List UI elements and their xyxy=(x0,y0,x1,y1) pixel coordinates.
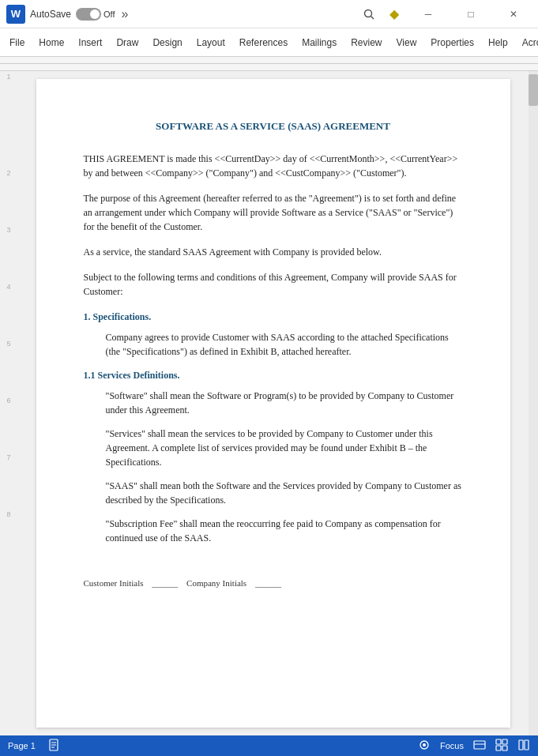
status-focus-icon[interactable] xyxy=(418,739,431,754)
tab-help[interactable]: Help xyxy=(482,34,514,51)
page-status: Page 1 xyxy=(8,741,36,750)
definition-services: "Services" shall mean the services to be… xyxy=(106,427,463,469)
definition-saas: "SAAS" shall mean both the Software and … xyxy=(106,479,463,507)
ruler xyxy=(0,57,538,71)
line-num-1: 1 xyxy=(0,71,17,81)
tab-draw[interactable]: Draw xyxy=(110,34,145,51)
tab-design[interactable]: Design xyxy=(146,34,188,51)
close-button[interactable]: ✕ xyxy=(495,0,532,28)
svg-rect-16 xyxy=(525,740,529,750)
paragraph-standard: As a service, the standard SAAS Agreemen… xyxy=(84,245,463,259)
svg-rect-9 xyxy=(474,741,485,749)
document-title: SOFTWARE AS A SERVICE (SAAS) AGREEMENT xyxy=(84,118,463,134)
word-logo: W xyxy=(6,5,25,24)
tab-view[interactable]: View xyxy=(390,34,423,51)
footer-customer-line: ______ xyxy=(152,578,178,588)
scroll-thumb[interactable] xyxy=(529,74,538,106)
maximize-button[interactable]: □ xyxy=(453,0,489,28)
ruler-line xyxy=(0,63,538,64)
tab-mailings[interactable]: Mailings xyxy=(295,34,343,51)
autosave-label: AutoSave xyxy=(30,9,71,20)
footer-company-line: ______ xyxy=(255,578,281,588)
section1-body: Company agrees to provide Customer with … xyxy=(106,330,463,359)
status-layout-icon[interactable] xyxy=(473,739,486,754)
page-numbers: 1 2 3 4 5 6 7 8 xyxy=(0,71,17,518)
svg-point-8 xyxy=(423,743,426,747)
autosave-toggle[interactable]: Off xyxy=(76,8,115,21)
tab-home[interactable]: Home xyxy=(32,34,70,51)
tab-properties[interactable]: Properties xyxy=(424,34,480,51)
focus-label[interactable]: Focus xyxy=(440,741,464,750)
ribbon: File Home Insert Draw Design Layout Refe… xyxy=(0,28,538,57)
toggle-track xyxy=(76,8,101,21)
tab-review[interactable]: Review xyxy=(344,34,388,51)
paragraph-subject: Subject to the following terms and condi… xyxy=(84,270,463,299)
tab-references[interactable]: References xyxy=(233,34,294,51)
line-num-8: 8 xyxy=(0,509,17,518)
title-bar: W AutoSave Off » ◆ ─ □ ✕ xyxy=(0,0,538,28)
tab-layout[interactable]: Layout xyxy=(190,34,231,51)
tab-file[interactable]: File xyxy=(3,34,31,51)
svg-rect-15 xyxy=(519,740,523,750)
status-grid-icon[interactable] xyxy=(495,739,508,754)
title-bar-right: ◆ ─ □ ✕ xyxy=(359,0,532,28)
document-body: SOFTWARE AS A SERVICE (SAAS) AGREEMENT T… xyxy=(84,118,463,589)
line-num-4: 4 xyxy=(0,281,17,291)
document-footer: Customer Initials ______ Company Initial… xyxy=(84,577,463,590)
status-icon-doc[interactable] xyxy=(48,739,61,754)
line-num-3: 3 xyxy=(0,224,17,234)
toggle-thumb xyxy=(90,9,100,19)
search-button[interactable] xyxy=(359,5,378,24)
line-num-5: 5 xyxy=(0,338,17,348)
content-area[interactable]: SOFTWARE AS A SERVICE (SAAS) AGREEMENT T… xyxy=(17,71,529,735)
svg-rect-11 xyxy=(496,739,501,744)
toggle-state: Off xyxy=(103,9,115,19)
line-num-2: 2 xyxy=(0,167,17,177)
minimize-button[interactable]: ─ xyxy=(410,0,446,28)
line-num-6: 6 xyxy=(0,395,17,404)
tab-acrobat[interactable]: Acrobat xyxy=(516,34,538,51)
section1-1-heading: 1.1 Services Definitions. xyxy=(84,368,463,382)
section1-heading: 1. Specifications. xyxy=(84,310,463,324)
svg-point-0 xyxy=(365,9,372,17)
svg-rect-13 xyxy=(496,746,501,750)
document-page: SOFTWARE AS A SERVICE (SAAS) AGREEMENT T… xyxy=(36,79,510,728)
paragraph-purpose: The purpose of this Agreement (hereafter… xyxy=(84,191,463,234)
status-bar: Page 1 Focus xyxy=(0,735,538,756)
footer-customer-label: Customer Initials xyxy=(84,578,144,588)
paragraph-agreement-intro: THIS AGREEMENT is made this <<CurrentDay… xyxy=(84,152,463,180)
definition-subscription: "Subscription Fee" shall mean the reoccu… xyxy=(106,517,463,545)
svg-line-1 xyxy=(371,16,374,19)
main-area: 1 2 3 4 5 6 7 8 SOFTWARE AS A SERVICE (S… xyxy=(0,71,538,735)
footer-company-label: Company Initials xyxy=(186,578,246,588)
left-margin: 1 2 3 4 5 6 7 8 xyxy=(0,71,17,735)
scrollbar[interactable] xyxy=(529,71,538,735)
svg-rect-12 xyxy=(502,739,507,744)
definition-software: "Software" shall mean the Software or Pr… xyxy=(106,389,463,417)
line-num-7: 7 xyxy=(0,452,17,461)
status-bar-right: Focus xyxy=(418,739,530,754)
more-options-icon[interactable]: » xyxy=(122,7,129,21)
copilot-button[interactable]: ◆ xyxy=(385,5,404,24)
svg-rect-14 xyxy=(502,746,507,750)
tab-insert[interactable]: Insert xyxy=(72,34,108,51)
status-view-icon[interactable] xyxy=(517,739,530,754)
